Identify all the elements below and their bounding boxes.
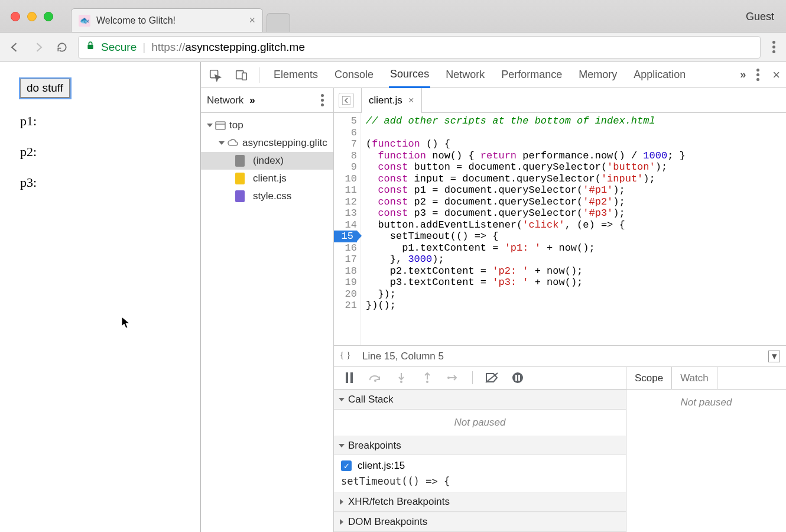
debugger-pane: Call Stack Not paused Breakpoints ✓ clie… [334, 366, 786, 532]
devtools-tab-sources[interactable]: Sources [389, 62, 430, 88]
file-tree-item[interactable]: style.css [201, 187, 333, 205]
navigator-overflow-button[interactable]: » [249, 95, 252, 106]
step-into-button[interactable] [394, 371, 408, 385]
p2-text: p2: [20, 144, 180, 160]
scope-body: Not paused [626, 390, 786, 416]
watch-tab[interactable]: Watch [672, 367, 717, 389]
toggle-navigator-button[interactable] [339, 93, 354, 108]
editor-pane: client.js × 5678910111213141516171819202… [334, 88, 786, 532]
mouse-cursor-icon [121, 316, 131, 329]
disclosure-triangle-icon[interactable] [207, 124, 213, 127]
step-over-button[interactable] [368, 371, 382, 385]
section-title: XHR/fetch Breakpoints [348, 496, 450, 508]
section-title: Call Stack [348, 394, 394, 406]
devtools-panel: ElementsConsoleSourcesNetworkPerformance… [201, 62, 786, 532]
svg-point-10 [374, 379, 376, 382]
new-tab-button[interactable] [267, 13, 290, 32]
page-viewport: do stuff p1: p2: p3: [0, 62, 201, 532]
window-controls [11, 12, 53, 21]
tab-title: Welcome to Glitch! [96, 15, 176, 26]
breakpoint-code: setTimeout(() => { [341, 475, 619, 487]
minimize-window-button[interactable] [27, 12, 37, 21]
disclosure-triangle-icon [339, 398, 345, 401]
devtools-close-button[interactable]: × [772, 67, 780, 83]
file-tree-item[interactable]: (index) [201, 152, 333, 170]
tree-node-top[interactable]: top [201, 116, 333, 134]
scope-watch-tabs: Scope Watch [626, 367, 786, 390]
address-bar[interactable]: Secure | https://asyncstepping.glitch.me [78, 36, 761, 59]
p1-text: p1: [20, 113, 180, 129]
window-icon [215, 121, 226, 130]
devtools-tab-console[interactable]: Console [333, 62, 375, 88]
dom-breakpoints-header[interactable]: DOM Breakpoints [334, 512, 626, 532]
file-tab-label: client.js [369, 95, 402, 106]
disclosure-triangle-icon [340, 519, 343, 525]
xhr-breakpoints-header[interactable]: XHR/fetch Breakpoints [334, 492, 626, 512]
maximize-window-button[interactable] [44, 12, 53, 21]
section-title: Breakpoints [348, 440, 401, 452]
navigator-tabs: Network » [201, 88, 333, 113]
p3-text: p3: [20, 175, 180, 190]
callstack-section-header[interactable]: Call Stack [334, 390, 626, 410]
close-window-button[interactable] [11, 12, 20, 21]
lock-icon [86, 40, 95, 54]
browser-toolbar: Secure | https://asyncstepping.glitch.me [0, 33, 786, 62]
code-editor[interactable]: 56789101112131415161718192021 // add oth… [334, 113, 786, 345]
file-tree-item[interactable]: client.js [201, 170, 333, 187]
step-out-button[interactable] [420, 371, 434, 385]
breakpoint-label: client.js:15 [358, 460, 405, 472]
devtools-tab-memory[interactable]: Memory [577, 62, 618, 88]
pretty-print-button[interactable]: { } [340, 349, 353, 363]
devtools-tab-elements[interactable]: Elements [272, 62, 319, 88]
close-file-button[interactable]: × [408, 95, 414, 106]
back-button[interactable] [7, 40, 22, 55]
overflow-tabs-button[interactable]: » [740, 69, 743, 81]
device-toolbar-button[interactable] [233, 67, 249, 83]
editor-tab-bar: client.js × [334, 88, 786, 113]
devtools-tab-application[interactable]: Application [632, 62, 687, 88]
favicon-icon: 🐟 [79, 15, 90, 27]
breakpoints-section-header[interactable]: Breakpoints [334, 436, 626, 456]
do-stuff-button[interactable]: do stuff [20, 79, 70, 98]
toggle-drawer-button[interactable]: ▾ [768, 351, 780, 362]
disclosure-triangle-icon[interactable] [219, 141, 225, 145]
svg-point-15 [512, 372, 523, 383]
code-content[interactable]: // add other scripts at the bottom of in… [361, 113, 786, 345]
navigator-pane: Network » top asyncstepping.glitc [201, 88, 334, 532]
reload-button[interactable] [54, 40, 70, 55]
scope-tab[interactable]: Scope [626, 367, 672, 389]
profile-label[interactable]: Guest [746, 11, 774, 23]
file-label: client.js [253, 173, 287, 184]
workspace: do stuff p1: p2: p3: ElementsConsoleSour… [0, 62, 786, 532]
url-text: https://asyncstepping.glitch.me [151, 41, 305, 54]
devtools-tab-network[interactable]: Network [444, 62, 486, 88]
js-file-icon [235, 173, 245, 184]
forward-button[interactable] [31, 40, 46, 55]
pause-on-exceptions-button[interactable] [511, 371, 525, 385]
line-gutter[interactable]: 56789101112131415161718192021 [334, 113, 361, 345]
tree-node-domain[interactable]: asyncstepping.glitc [201, 134, 333, 152]
editor-file-tab[interactable]: client.js × [361, 88, 422, 113]
deactivate-breakpoints-button[interactable] [485, 371, 499, 385]
cursor-position: Line 15, Column 5 [362, 351, 444, 362]
devtools-tab-performance[interactable]: Performance [500, 62, 563, 88]
pause-button[interactable] [342, 371, 356, 385]
browser-tab-active[interactable]: 🐟 Welcome to Glitch! × [71, 8, 263, 32]
tree-label: top [229, 119, 243, 131]
step-button[interactable] [446, 371, 460, 385]
tree-label: asyncstepping.glitc [242, 137, 327, 149]
checkbox-checked-icon[interactable]: ✓ [341, 460, 352, 471]
file-label: style.css [253, 190, 291, 202]
file-label: (index) [253, 155, 284, 167]
breakpoint-item[interactable]: ✓ client.js:15 [341, 460, 619, 472]
doc-file-icon [235, 155, 245, 167]
navigator-tab-network[interactable]: Network [207, 95, 243, 106]
sources-panel: Network » top asyncstepping.glitc [201, 88, 786, 532]
devtools-menu-button[interactable] [753, 65, 763, 85]
navigator-menu-button[interactable] [317, 90, 327, 110]
svg-line-14 [486, 373, 498, 382]
browser-menu-button[interactable] [769, 37, 779, 57]
close-tab-button[interactable]: × [249, 14, 255, 27]
inspect-element-button[interactable] [207, 67, 223, 83]
file-tree: top asyncstepping.glitc (index)client.js… [201, 113, 333, 532]
